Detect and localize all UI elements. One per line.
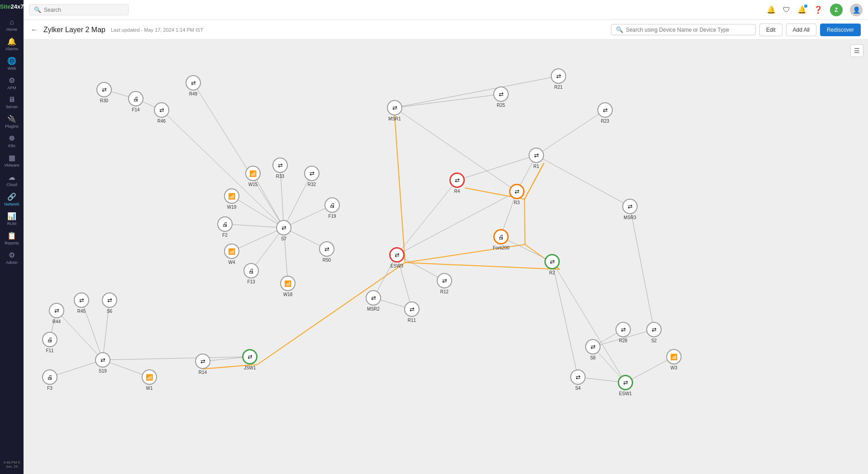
network-node-S2[interactable]: ⇄ S2 (646, 322, 662, 343)
notifications-icon[interactable]: 🔔 (767, 5, 776, 14)
node-label: R3 (514, 200, 520, 205)
network-node-F14[interactable]: 🖨 F14 (128, 91, 143, 112)
network-node-R28[interactable]: ⇄ R28 (615, 322, 631, 343)
network-node-JSW1[interactable]: ⇄ JSW1 (242, 349, 258, 370)
user-avatar[interactable]: 👤 (850, 4, 863, 16)
network-node-S6[interactable]: ⇄ S6 (102, 292, 117, 314)
network-node-S19[interactable]: ⇄ S19 (95, 352, 110, 373)
web-icon: 🌐 (7, 57, 16, 65)
network-node-R14[interactable]: ⇄ R14 (195, 354, 210, 375)
network-node-MSR1[interactable]: ⇄ MSR1 (387, 100, 402, 121)
network-node-R1[interactable]: ⇄ R1 (529, 148, 544, 169)
network-node-F19[interactable]: 🖨 F19 (324, 197, 340, 219)
network-node-F13[interactable]: 🖨 F13 (243, 263, 259, 284)
help-icon[interactable]: ❓ (814, 5, 823, 14)
sidebar-item-rum[interactable]: 📊 RUM (0, 209, 24, 229)
network-node-W18[interactable]: 📶 W18 (280, 276, 296, 297)
alarms-icon: 🔔 (7, 37, 16, 46)
node-circle: ⇄ (49, 303, 64, 318)
network-node-MSR2[interactable]: ⇄ MSR2 (366, 290, 381, 311)
device-search-icon: 🔍 (616, 26, 623, 33)
network-node-R12[interactable]: ⇄ R12 (437, 273, 452, 294)
network-node-R33[interactable]: ⇄ R33 (272, 158, 288, 179)
sidebar-item-alarms[interactable]: 🔔 Alarms (0, 34, 24, 54)
network-node-R46[interactable]: ⇄ R46 (154, 102, 169, 124)
user-app-avatar[interactable]: Z (830, 4, 843, 16)
node-label: R32 (308, 182, 316, 187)
sidebar-item-network[interactable]: 🔗 Network (0, 190, 24, 209)
device-search-container[interactable]: 🔍 (611, 24, 756, 35)
network-node-R2[interactable]: ⇄ R2 (544, 254, 560, 275)
sidebar-item-home[interactable]: ⌂ Home (0, 15, 24, 34)
network-node-S7[interactable]: ⇄ S7 (276, 220, 291, 241)
network-node-W19[interactable]: 📶 W19 (224, 188, 239, 210)
node-circle: 🖨 (324, 197, 340, 213)
node-circle: ⇄ (304, 166, 320, 181)
node-circle: ⇄ (597, 102, 613, 118)
node-circle: ⇄ (242, 349, 258, 364)
network-nodes-container: ⇄ R30 🖨 F14 ⇄ R49 ⇄ R46 ⇄ R21 ⇄ R25 ⇄ R2… (24, 40, 868, 474)
network-node-W3[interactable]: 📶 W3 (666, 349, 682, 370)
node-label: W19 (227, 205, 237, 210)
sidebar-item-k8s[interactable]: ☸ K8s (0, 131, 24, 151)
sidebar-item-plugins[interactable]: 🔌 Plugins (0, 112, 24, 131)
sidebar-item-cloud[interactable]: ☁ Cloud (0, 170, 24, 190)
topbar-search-container[interactable]: 🔍 (29, 4, 129, 15)
network-node-W15[interactable]: 📶 W15 (245, 166, 261, 187)
network-node-R49[interactable]: ⇄ R49 (186, 75, 201, 96)
network-node-R32[interactable]: ⇄ R32 (304, 166, 320, 187)
sidebar-item-label: K8s (8, 144, 15, 148)
list-view-button[interactable]: ☰ (850, 44, 863, 57)
sidebar-item-web[interactable]: 🌐 Web (0, 54, 24, 73)
sidebar-item-reports[interactable]: 📋 Reports (0, 229, 24, 248)
sidebar-item-admin[interactable]: ⚙ Admin (0, 248, 24, 268)
page-subtitle: Last updated - May 17, 2024 1:14 PM IST (111, 27, 203, 33)
network-node-W4[interactable]: 📶 W4 (224, 244, 239, 265)
node-circle: ⇄ (615, 322, 631, 337)
network-node-F3[interactable]: 🖨 F3 (42, 369, 57, 391)
add-all-button[interactable]: Add All (786, 24, 816, 36)
network-node-F11[interactable]: 🖨 F11 (42, 332, 57, 353)
rediscover-button[interactable]: Rediscover (820, 24, 861, 36)
network-node-S4[interactable]: ⇄ S4 (570, 369, 586, 391)
network-node-R25[interactable]: ⇄ R25 (493, 86, 509, 108)
network-node-R44[interactable]: ⇄ R44 (49, 303, 64, 324)
network-node-R23[interactable]: ⇄ R23 (597, 102, 613, 124)
sidebar-item-vmware[interactable]: ▦ VMware (0, 151, 24, 170)
node-circle: 🖨 (42, 332, 57, 347)
edit-button[interactable]: Edit (759, 24, 782, 36)
k8s-icon: ☸ (9, 134, 15, 143)
device-search-input[interactable] (626, 27, 748, 33)
alerts-icon[interactable]: 🔔 (797, 5, 806, 14)
node-circle: ⇄ (529, 148, 544, 163)
sidebar-item-apm[interactable]: ⚙ APM (0, 73, 24, 93)
network-node-ESW3[interactable]: ⇄ ESW3 (389, 247, 405, 268)
shield-icon[interactable]: 🛡 (783, 6, 790, 14)
network-node-Forti200[interactable]: 🖨 Forti200 (493, 229, 510, 250)
network-node-R4[interactable]: ⇄ R4 (449, 172, 465, 194)
network-node-S8[interactable]: ⇄ S8 (585, 339, 601, 360)
admin-icon: ⚙ (9, 251, 15, 259)
network-node-ESW1[interactable]: ⇄ ESW1 (618, 375, 633, 396)
node-label: W15 (248, 182, 258, 187)
node-circle: 📶 (224, 244, 239, 259)
network-node-R45[interactable]: ⇄ R45 (74, 292, 89, 314)
network-node-MSR3[interactable]: ⇄ MSR3 (622, 199, 638, 220)
network-node-R11[interactable]: ⇄ R11 (404, 302, 420, 323)
node-label: F2 (222, 233, 228, 238)
network-node-R30[interactable]: ⇄ R30 (96, 82, 112, 103)
node-circle: ⇄ (404, 302, 420, 317)
node-label: R49 (189, 91, 197, 96)
app-logo[interactable]: Site24x7 (0, 4, 24, 10)
network-node-R21[interactable]: ⇄ R21 (551, 68, 566, 90)
node-circle: 🖨 (42, 369, 57, 385)
topbar-search-input[interactable] (44, 7, 121, 13)
network-node-F2[interactable]: 🖨 F2 (217, 216, 233, 238)
apm-icon: ⚙ (9, 76, 15, 85)
network-node-W1[interactable]: 📶 W1 (142, 369, 157, 391)
sidebar-item-server[interactable]: 🖥 Server (0, 93, 24, 112)
network-node-R3[interactable]: ⇄ R3 (509, 184, 525, 205)
sidebar: Site24x7 ⌂ Home 🔔 Alarms 🌐 Web ⚙ APM 🖥 S… (0, 0, 24, 474)
back-button[interactable]: ← (31, 26, 38, 34)
network-node-R50[interactable]: ⇄ R50 (319, 241, 334, 263)
